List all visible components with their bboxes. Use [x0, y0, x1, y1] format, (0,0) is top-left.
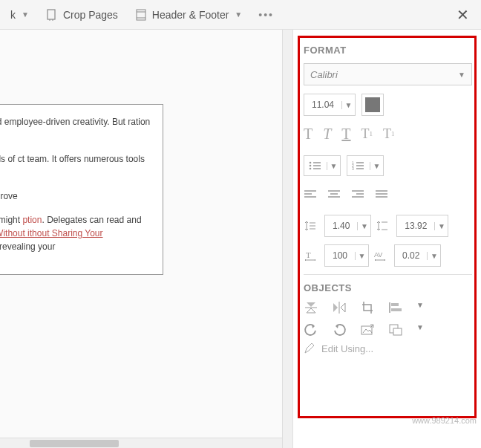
crop-pages-button[interactable]: Crop Pages	[39, 5, 124, 25]
subscript-icon[interactable]: T1	[383, 126, 395, 142]
chevron-down-icon[interactable]: ▼	[416, 323, 424, 337]
more-button[interactable]: •••	[252, 6, 280, 24]
flip-vertical-icon[interactable]	[304, 301, 318, 314]
align-left-icon[interactable]	[304, 189, 317, 200]
paragraph-2: ms. It also carried out hundreds of ct t…	[0, 152, 152, 179]
objects-row-2: ▼	[304, 323, 472, 337]
horizontal-scrollbar[interactable]	[0, 438, 282, 448]
align-justify-icon[interactable]	[375, 189, 388, 200]
close-icon: ✕	[457, 7, 469, 23]
main: ess in the world. Aside from nd employee…	[0, 30, 481, 448]
ellipsis-icon: •••	[258, 9, 274, 21]
paragraph-1: ess in the world. Aside from nd employee…	[0, 115, 152, 142]
crop-icon	[45, 8, 59, 22]
tb1-label: k	[10, 9, 16, 21]
header-footer-icon	[134, 8, 148, 22]
objects-row-1: ▼	[304, 301, 472, 314]
superscript-icon[interactable]: T1	[361, 126, 373, 142]
text-style-row: T T T T1 T1	[304, 124, 472, 143]
header-footer-button[interactable]: Header & Footer ▼	[128, 5, 248, 25]
svg-point-6	[310, 165, 312, 167]
chevron-down-icon: ▼	[357, 222, 370, 230]
svg-text:3: 3	[352, 166, 354, 171]
character-spacing-input[interactable]: 0.02 ▼	[394, 244, 441, 267]
line-spacing-input[interactable]: 1.40 ▼	[324, 215, 371, 237]
chevron-down-icon[interactable]: ▼	[416, 301, 424, 314]
flip-horizontal-icon[interactable]	[332, 301, 347, 314]
svg-point-4	[310, 162, 312, 164]
edit-using-button[interactable]: Edit Using...	[304, 343, 472, 354]
chevron-down-icon: ▼	[327, 162, 340, 170]
rotate-right-icon[interactable]	[332, 323, 347, 337]
align-right-icon[interactable]	[351, 189, 364, 200]
align-row	[304, 185, 472, 204]
panel-scrollbar[interactable]	[282, 30, 292, 448]
document-area: ess in the world. Aside from nd employee…	[0, 30, 282, 448]
bold-icon[interactable]: T	[304, 126, 313, 143]
watermark: www.989214.com	[412, 416, 477, 425]
arrange-icon[interactable]	[388, 323, 403, 337]
edit-using-label: Edit Using...	[321, 343, 373, 354]
paragraph-spacing-input[interactable]: 13.92 ▼	[396, 215, 448, 237]
objects-title: OBJECTS	[304, 282, 472, 293]
chevron-down-icon: ▼	[341, 101, 355, 109]
svg-rect-36	[391, 303, 399, 306]
chevron-down-icon: ▼	[22, 10, 29, 19]
numbered-list-icon: 123	[347, 160, 370, 171]
italic-icon[interactable]: T	[323, 126, 331, 143]
font-family-select[interactable]: Calibri ▼	[304, 63, 472, 85]
svg-rect-40	[393, 328, 402, 335]
format-title: FORMAT	[304, 45, 472, 56]
paragraph-4: space per account. What you might ption.…	[0, 213, 152, 253]
replace-image-icon[interactable]	[360, 323, 375, 337]
bullet-list-icon	[304, 160, 327, 171]
divider	[304, 274, 472, 275]
rotate-left-icon[interactable]	[304, 323, 318, 337]
svg-rect-0	[48, 10, 55, 19]
bullet-list-button[interactable]: ▼	[304, 155, 341, 176]
toolbar: k ▼ Crop Pages Header & Footer ▼ ••• ✕	[0, 0, 481, 30]
chevron-down-icon: ▼	[355, 252, 368, 260]
crop-object-icon[interactable]	[360, 301, 375, 314]
svg-text:AV: AV	[374, 251, 382, 259]
svg-text:T: T	[306, 250, 311, 259]
svg-rect-1	[137, 10, 145, 20]
svg-rect-37	[391, 308, 402, 311]
font-size-input[interactable]: 11.04 ▼	[304, 94, 356, 116]
align-objects-icon[interactable]	[388, 301, 403, 314]
align-center-icon[interactable]	[327, 189, 341, 200]
character-spacing-icon: AV	[373, 250, 390, 262]
line-spacing-icon	[304, 219, 320, 233]
link-text[interactable]: ail Access to Someone Without	[0, 228, 27, 238]
toolbar-button-1[interactable]: k ▼	[4, 6, 35, 24]
numbered-list-button[interactable]: 123 ▼	[347, 155, 384, 176]
chevron-down-icon: ▼	[434, 222, 448, 230]
chevron-down-icon: ▼	[370, 162, 383, 170]
underline-icon[interactable]: T	[341, 126, 350, 143]
paragraph-3: d examine how they could improve	[0, 189, 152, 203]
paragraph-spacing-icon	[376, 219, 392, 233]
document-page[interactable]: ess in the world. Aside from nd employee…	[0, 104, 163, 275]
horizontal-scale-icon: T	[304, 250, 320, 262]
link-text[interactable]: ption	[22, 215, 42, 225]
format-panel: FORMAT Calibri ▼ 11.04 ▼ T T T T1 T1 ▼	[292, 30, 481, 448]
font-color-picker[interactable]	[361, 94, 384, 116]
pencil-icon	[304, 343, 315, 354]
svg-point-8	[310, 168, 312, 170]
chevron-down-icon: ▼	[458, 71, 465, 79]
crop-label: Crop Pages	[63, 9, 118, 21]
horizontal-scale-input[interactable]: 100 ▼	[324, 244, 369, 267]
chevron-down-icon: ▼	[427, 252, 440, 260]
chevron-down-icon: ▼	[235, 10, 242, 19]
header-label: Header & Footer	[152, 9, 229, 21]
font-name: Calibri	[310, 69, 338, 80]
close-button[interactable]: ✕	[449, 3, 477, 27]
